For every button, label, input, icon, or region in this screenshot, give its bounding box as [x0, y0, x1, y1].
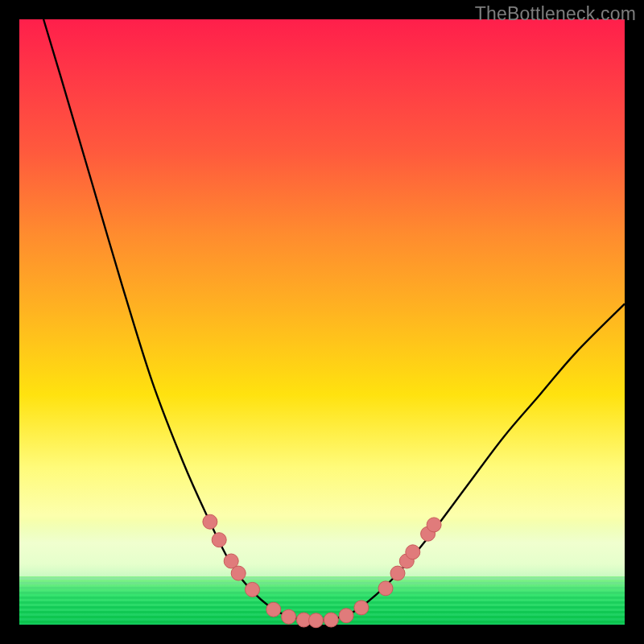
- data-dot: [354, 601, 369, 615]
- data-dot: [282, 609, 296, 624]
- data-dot: [390, 566, 405, 580]
- data-dot: [266, 602, 281, 617]
- data-dot: [309, 613, 324, 628]
- data-dot: [324, 613, 338, 627]
- data-dot: [296, 613, 311, 627]
- data-dot: [231, 566, 246, 580]
- data-dot: [406, 545, 420, 559]
- data-dots: [203, 514, 441, 628]
- chart-frame: TheBottleneck.com: [0, 0, 644, 644]
- data-dot: [399, 554, 414, 568]
- data-dot: [212, 533, 226, 547]
- data-dot: [378, 581, 393, 596]
- bottom-green-stripes: [19, 576, 625, 625]
- plot-area: [19, 19, 625, 625]
- data-dot: [246, 582, 260, 597]
- data-dot: [224, 554, 238, 568]
- data-dot: [421, 526, 436, 541]
- data-dot: [339, 609, 353, 623]
- bottleneck-curve-svg: [19, 19, 625, 625]
- data-dot: [203, 514, 217, 529]
- pale-band-overlay: [19, 520, 625, 576]
- data-dot: [427, 518, 441, 532]
- bottleneck-curve: [43, 19, 625, 621]
